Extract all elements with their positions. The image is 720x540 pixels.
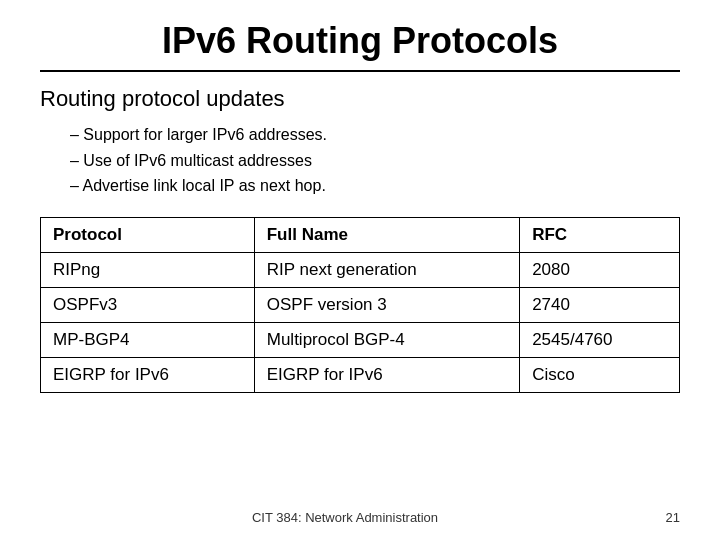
table-row: MP-BGP4 Multiprocol BGP-4 2545/4760 — [41, 322, 680, 357]
table-row: RIPng RIP next generation 2080 — [41, 252, 680, 287]
cell-protocol-3: EIGRP for IPv6 — [41, 357, 255, 392]
cell-rfc-2: 2545/4760 — [520, 322, 680, 357]
cell-fullname-2: Multiprocol BGP-4 — [254, 322, 519, 357]
page: IPv6 Routing Protocols Routing protocol … — [0, 0, 720, 540]
cell-rfc-0: 2080 — [520, 252, 680, 287]
bullet-item-2: Use of IPv6 multicast addresses — [70, 148, 680, 174]
cell-fullname-0: RIP next generation — [254, 252, 519, 287]
table-row: EIGRP for IPv6 EIGRP for IPv6 Cisco — [41, 357, 680, 392]
cell-protocol-2: MP-BGP4 — [41, 322, 255, 357]
bullet-list: Support for larger IPv6 addresses. Use o… — [70, 122, 680, 199]
bullet-item-3: Advertise link local IP as next hop. — [70, 173, 680, 199]
table-header-row: Protocol Full Name RFC — [41, 217, 680, 252]
cell-rfc-3: Cisco — [520, 357, 680, 392]
footer-center: CIT 384: Network Administration — [40, 510, 650, 525]
col-header-fullname: Full Name — [254, 217, 519, 252]
col-header-rfc: RFC — [520, 217, 680, 252]
cell-fullname-1: OSPF version 3 — [254, 287, 519, 322]
cell-protocol-0: RIPng — [41, 252, 255, 287]
page-title: IPv6 Routing Protocols — [40, 20, 680, 62]
col-header-protocol: Protocol — [41, 217, 255, 252]
cell-rfc-1: 2740 — [520, 287, 680, 322]
protocols-table: Protocol Full Name RFC RIPng RIP next ge… — [40, 217, 680, 393]
cell-fullname-3: EIGRP for IPv6 — [254, 357, 519, 392]
cell-protocol-1: OSPFv3 — [41, 287, 255, 322]
footer: CIT 384: Network Administration 21 — [40, 510, 680, 525]
bullet-item-1: Support for larger IPv6 addresses. — [70, 122, 680, 148]
footer-page-number: 21 — [650, 510, 680, 525]
title-divider — [40, 70, 680, 72]
section-heading: Routing protocol updates — [40, 86, 680, 112]
table-row: OSPFv3 OSPF version 3 2740 — [41, 287, 680, 322]
